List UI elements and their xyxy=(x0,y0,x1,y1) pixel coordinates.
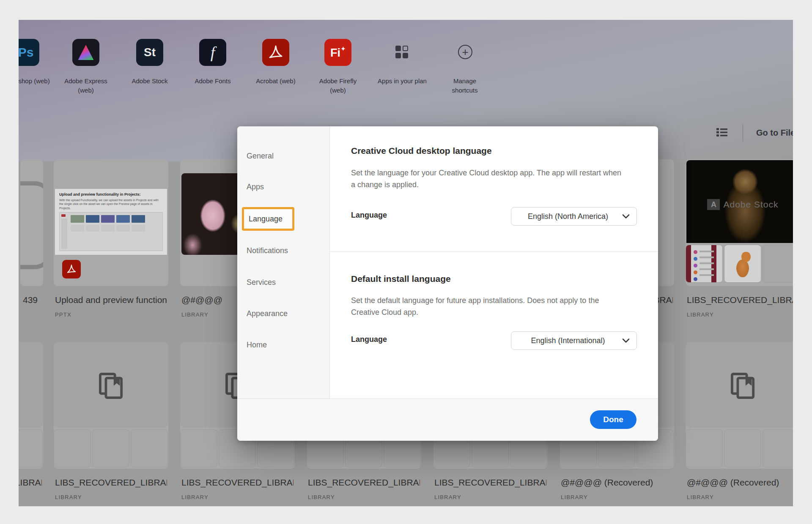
lion-photo: A Adobe Stock xyxy=(686,160,793,243)
preferences-sidebar: General Apps Language Notifications Serv… xyxy=(237,126,330,441)
card-type-badge: LIBRARY xyxy=(434,494,461,500)
apps-in-plan-icon[interactable] xyxy=(395,46,409,59)
library-card[interactable]: 439 xyxy=(20,159,43,333)
adobe-firefly-logo: Fi✦ xyxy=(330,46,346,60)
card-title: LIBS_RECOVERED_LIBRARY xyxy=(55,478,167,488)
library-icon xyxy=(99,373,123,400)
card-title: LIBS_RECOVERED_LIBRARY xyxy=(181,478,294,488)
card-thumbnail xyxy=(19,342,43,469)
card-title: LIBS_RECOVERED_LIBRARY xyxy=(19,478,42,488)
card-thumbnail: A Adobe Stock xyxy=(686,159,793,286)
card-type-badge: LIBRARY xyxy=(687,311,714,318)
language-field-label: Language xyxy=(351,335,387,344)
language-field-label: Language xyxy=(351,211,387,220)
adobe-express-label: Adobe Express (web) xyxy=(60,76,112,95)
selected-language-value: English (International) xyxy=(511,336,622,345)
acrobat-app-icon[interactable] xyxy=(262,39,289,66)
card-thumbnail xyxy=(20,159,43,286)
card-thumbnail xyxy=(686,342,793,469)
adobe-fonts-app-icon[interactable]: f xyxy=(199,39,226,66)
card-title: LIBS_RECOVERED_LIBRARY xyxy=(308,478,420,488)
photoshop-label: Photoshop (web) xyxy=(19,76,52,86)
card-title: LIBS_RECOVERED_LIBRARY xyxy=(687,295,793,305)
card-title: LIBS_RECOVERED_LIBRARY xyxy=(434,478,546,488)
sidebar-item-apps[interactable]: Apps xyxy=(247,183,264,191)
adobe-fonts-label: Adobe Fonts xyxy=(187,76,239,86)
adobe-fonts-logo: f xyxy=(211,43,215,62)
sidebar-item-notifications[interactable]: Notifications xyxy=(247,246,288,255)
selected-language-value: English (North America) xyxy=(511,212,622,221)
sidebar-item-appearance[interactable]: Appearance xyxy=(247,309,288,318)
section-heading: Default install language xyxy=(351,274,451,284)
file-outline-icon xyxy=(20,181,43,269)
document-screenshot xyxy=(59,212,163,251)
adobe-stock-app-icon[interactable]: St xyxy=(136,39,163,66)
library-card[interactable]: Upload and preview functionality in Proj… xyxy=(54,159,168,333)
card-type-badge: LIBRARY xyxy=(55,494,82,500)
library-card[interactable]: LIBS_RECOVERED_LIBRARY LIBRARY xyxy=(19,342,43,506)
card-type-badge: LIBRARY xyxy=(561,494,588,500)
card-type-badge: PPTX xyxy=(55,311,71,318)
adobe-express-logo xyxy=(77,45,94,60)
manage-shortcuts-label: Manage shortcuts xyxy=(447,76,483,95)
library-icon xyxy=(731,373,755,400)
acrobat-label: Acrobat (web) xyxy=(250,76,302,86)
tutorial-highlight-box: Language xyxy=(242,207,294,231)
card-type-badge: LIBRARY xyxy=(687,494,714,500)
section-divider xyxy=(330,251,658,252)
card-title: 439 xyxy=(23,295,42,305)
card-type-badge: LIBRARY xyxy=(181,311,208,318)
library-card[interactable]: A Adobe Stock LIBS_RECOVERED_LIBRARY LIB… xyxy=(686,159,793,333)
section-description: Set the default language for future app … xyxy=(351,295,626,319)
acrobat-logo xyxy=(267,44,284,61)
card-thumbnail xyxy=(54,342,168,469)
sidebar-item-home[interactable]: Home xyxy=(247,341,267,349)
adobe-stock-logo: St xyxy=(144,46,156,59)
section-description: Set the language for your Creative Cloud… xyxy=(351,167,626,191)
adobe-stock-label: Adobe Stock xyxy=(123,76,176,86)
sidebar-item-general[interactable]: General xyxy=(247,152,274,161)
chevron-down-icon xyxy=(622,338,630,343)
card-title: @#@@@ (Recovered) xyxy=(687,478,793,488)
card-thumbnail: Upload and preview functionality in Proj… xyxy=(54,159,168,286)
card-title: Upload and preview function... xyxy=(55,295,167,305)
pdf-file-icon xyxy=(62,260,81,278)
list-view-icon[interactable] xyxy=(716,128,727,137)
library-card[interactable]: LIBS_RECOVERED_LIBRARY LIBRARY xyxy=(54,342,168,506)
library-card[interactable]: @#@@@ (Recovered) LIBRARY xyxy=(686,342,793,506)
adobe-firefly-app-icon[interactable]: Fi✦ xyxy=(324,39,351,66)
card-type-badge: LIBRARY xyxy=(308,494,335,500)
adobe-firefly-label: Adobe Firefly (web) xyxy=(312,76,364,95)
done-button[interactable]: Done xyxy=(590,410,636,429)
manage-shortcuts-icon[interactable]: + xyxy=(458,45,472,59)
sidebar-item-language[interactable]: Language xyxy=(244,215,283,224)
asset-thumbnail xyxy=(686,245,723,283)
app-window: Ps Photoshop (web) Adobe Express (web) S… xyxy=(19,20,793,506)
document-preview: Upload and preview functionality in Proj… xyxy=(55,189,167,255)
chevron-down-icon xyxy=(622,214,630,219)
photoshop-logo: Ps xyxy=(19,45,33,60)
document-body: With the upload Functionality, we can up… xyxy=(59,198,163,210)
adobe-stock-watermark: A Adobe Stock xyxy=(707,199,778,210)
card-type-badge: LIBRARY xyxy=(181,494,208,500)
go-to-file-link[interactable]: Go to File xyxy=(756,128,793,138)
adobe-express-app-icon[interactable] xyxy=(72,39,99,66)
section-heading: Creative Cloud desktop language xyxy=(351,146,492,156)
toolbar-divider xyxy=(743,125,743,142)
asset-thumbnail xyxy=(763,245,793,283)
sidebar-item-services[interactable]: Services xyxy=(247,278,276,287)
apps-in-plan-label: Apps in your plan xyxy=(376,76,428,86)
preferences-dialog: General Apps Language Notifications Serv… xyxy=(237,126,658,441)
dialog-footer: Done xyxy=(237,398,658,441)
card-title: @#@@@ (Recovered) xyxy=(561,478,673,488)
asset-thumbnail xyxy=(724,245,761,283)
install-language-dropdown[interactable]: English (International) xyxy=(511,331,637,350)
desktop-language-dropdown[interactable]: English (North America) xyxy=(511,207,637,226)
document-heading: Upload and preview functionality in Proj… xyxy=(59,192,163,196)
photoshop-app-icon[interactable]: Ps xyxy=(19,39,39,66)
